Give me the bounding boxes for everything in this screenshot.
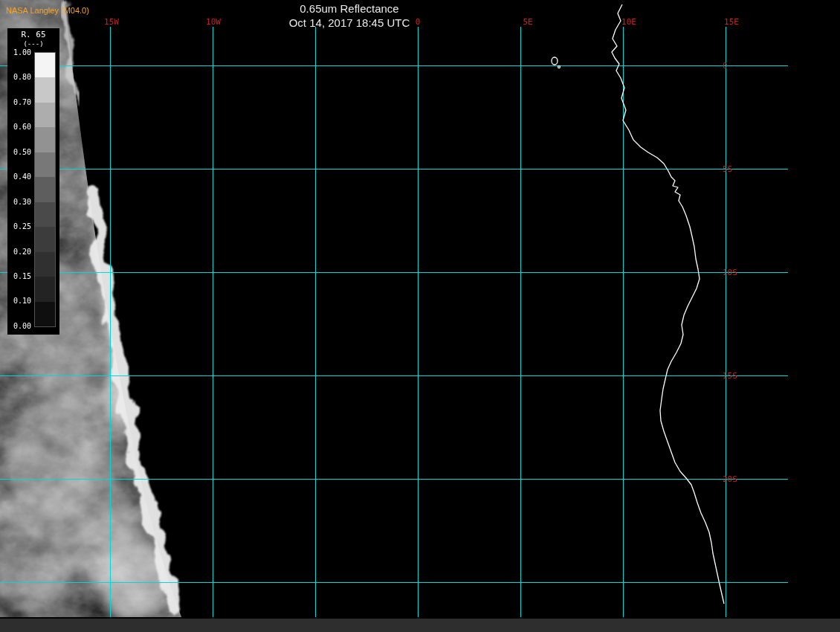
satellite-image-viewer: NASA Langley (M04.0) 0.65um Reflectance … bbox=[0, 0, 840, 632]
lat-label-10s: 10S bbox=[723, 268, 737, 277]
island-dot bbox=[558, 66, 560, 68]
colorbar-tick: 0.50 bbox=[7, 148, 31, 156]
colorbar-tick: 0.25 bbox=[7, 222, 31, 230]
colorbar-tick: 0.30 bbox=[7, 198, 31, 206]
image-title: 0.65um Reflectance Oct 14, 2017 18:45 UT… bbox=[242, 1, 457, 30]
colorbar-tick: 0.15 bbox=[7, 272, 31, 280]
colorbar-tick: 0.40 bbox=[7, 172, 31, 181]
lat-label-0: 0 bbox=[723, 61, 728, 71]
lon-label-10e: 10E bbox=[621, 17, 636, 27]
lon-label-5e: 5E bbox=[523, 17, 532, 27]
colorbar: R. 65 (---) 1.00 0.80 0.70 0.60 0.50 0.4… bbox=[7, 28, 59, 335]
colorbar-units: (---) bbox=[7, 40, 59, 48]
lat-label-5s: 5S bbox=[723, 164, 732, 174]
title-line1: 0.65um Reflectance bbox=[242, 1, 457, 16]
colorbar-tick: 0.70 bbox=[7, 98, 31, 106]
status-bar: MT10 0.65UM REFLECTANCE OCT 14, 2017 18:… bbox=[0, 619, 840, 632]
colorbar-title: R. 65 bbox=[7, 30, 59, 39]
lon-label-10w: 10W bbox=[206, 17, 221, 27]
lon-label-0: 0 bbox=[416, 17, 421, 27]
lon-label-15w: 15W bbox=[104, 17, 119, 27]
credit-label: NASA Langley (M04.0) bbox=[6, 6, 89, 15]
colorbar-tick: 0.10 bbox=[7, 297, 31, 305]
lat-label-15s: 15S bbox=[723, 371, 737, 381]
colorbar-tick: 0.20 bbox=[7, 248, 31, 256]
title-line2: Oct 14, 2017 18:45 UTC bbox=[242, 16, 457, 30]
colorbar-tick: 0.80 bbox=[7, 73, 31, 81]
lon-label-15e: 15E bbox=[724, 17, 739, 27]
colorbar-tick: 1.00 bbox=[7, 48, 31, 57]
colorbar-gradient bbox=[34, 52, 56, 327]
colorbar-tick: 0.00 bbox=[7, 322, 31, 330]
lat-label-20s: 20S bbox=[723, 474, 737, 484]
coastline bbox=[552, 4, 724, 604]
map-canvas bbox=[0, 0, 840, 632]
colorbar-tick: 0.60 bbox=[7, 123, 31, 131]
island-outline bbox=[552, 57, 558, 65]
